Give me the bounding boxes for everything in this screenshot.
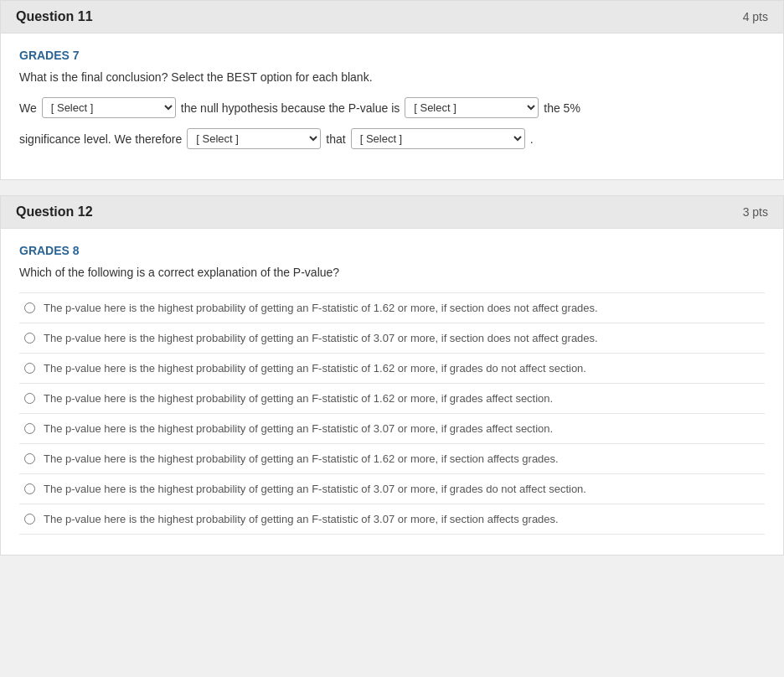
select-2[interactable]: [ Select ] less than greater than equal …: [405, 97, 539, 118]
radio-label-6: The p-value here is the highest probabil…: [44, 452, 559, 465]
select-3[interactable]: [ Select ] conclude do not conclude: [187, 128, 321, 149]
list-item: The p-value here is the highest probabil…: [19, 323, 765, 354]
radio-option-5[interactable]: [24, 423, 35, 434]
radio-label-4: The p-value here is the highest probabil…: [44, 392, 553, 405]
question-12-text: Which of the following is a correct expl…: [19, 266, 765, 279]
line1-prefix: We: [19, 101, 37, 115]
select-1[interactable]: [ Select ] reject fail to reject: [42, 97, 176, 118]
list-item: The p-value here is the highest probabil…: [19, 292, 765, 323]
question-12-header: Question 12 3 pts: [1, 196, 783, 229]
question-11-pts: 4 pts: [743, 10, 768, 23]
question-12-block: Question 12 3 pts GRADES 8 Which of the …: [0, 195, 784, 556]
radio-option-1[interactable]: [24, 302, 35, 313]
line1-middle: the null hypothesis because the P-value …: [181, 101, 400, 115]
radio-option-3[interactable]: [24, 363, 35, 374]
question-12-body: GRADES 8 Which of the following is a cor…: [1, 229, 783, 555]
question-11-block: Question 11 4 pts GRADES 7 What is the f…: [0, 0, 784, 180]
radio-option-7[interactable]: [24, 483, 35, 494]
question-12-pts: 3 pts: [743, 205, 768, 219]
list-item: The p-value here is the highest probabil…: [19, 384, 765, 414]
grades-8-label: GRADES 8: [19, 244, 765, 257]
question-11-text: What is the final conclusion? Select the…: [19, 70, 765, 84]
radio-options-container: The p-value here is the highest probabil…: [19, 292, 765, 535]
grades-7-label: GRADES 7: [19, 49, 765, 62]
list-item: The p-value here is the highest probabil…: [19, 354, 765, 384]
line1-suffix: the 5%: [544, 101, 580, 115]
list-item: The p-value here is the highest probabil…: [19, 414, 765, 444]
fill-in-line-2: significance level. We therefore [ Selec…: [19, 128, 765, 149]
radio-option-6[interactable]: [24, 453, 35, 464]
list-item: The p-value here is the highest probabil…: [19, 504, 765, 535]
radio-label-8: The p-value here is the highest probabil…: [44, 513, 559, 525]
radio-option-8[interactable]: [24, 514, 35, 525]
question-11-header: Question 11 4 pts: [1, 1, 783, 34]
line2-middle: that: [326, 132, 345, 146]
radio-option-4[interactable]: [24, 393, 35, 404]
question-12-title: Question 12: [16, 204, 93, 220]
select-4[interactable]: [ Select ] section affects grades sectio…: [351, 128, 525, 149]
radio-option-2[interactable]: [24, 333, 35, 344]
fill-in-line-1: We [ Select ] reject fail to reject the …: [19, 97, 765, 118]
radio-label-3: The p-value here is the highest probabil…: [44, 362, 586, 375]
radio-label-5: The p-value here is the highest probabil…: [44, 422, 553, 435]
line2-suffix: .: [530, 132, 534, 146]
list-item: The p-value here is the highest probabil…: [19, 474, 765, 504]
line2-prefix: significance level. We therefore: [19, 132, 182, 146]
radio-label-2: The p-value here is the highest probabil…: [44, 332, 598, 344]
radio-label-1: The p-value here is the highest probabil…: [44, 302, 598, 314]
question-11-title: Question 11: [16, 9, 93, 24]
list-item: The p-value here is the highest probabil…: [19, 444, 765, 474]
radio-label-7: The p-value here is the highest probabil…: [44, 483, 586, 495]
question-11-body: GRADES 7 What is the final conclusion? S…: [1, 34, 783, 179]
